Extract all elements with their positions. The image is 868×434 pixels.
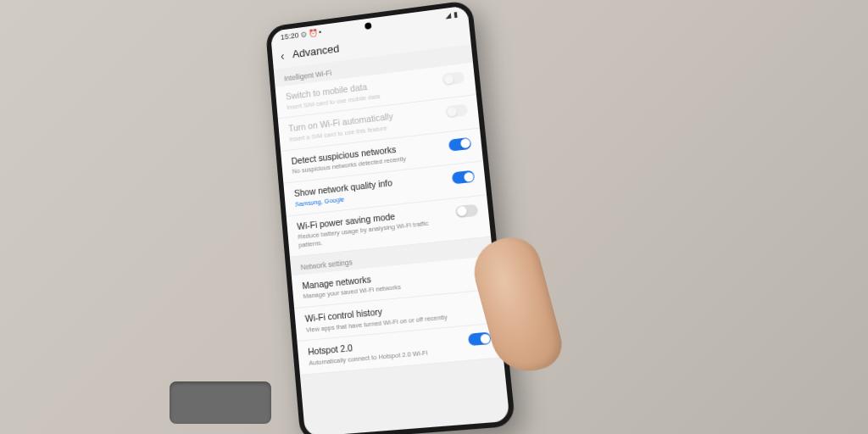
toggle-power-saving[interactable] [455,203,479,218]
toggle-quality-info[interactable] [452,170,475,185]
more-icon: • [319,28,322,36]
toggle-detect-suspicious[interactable] [448,137,471,152]
nfc-icon: ⊙ [300,30,307,39]
phone-screen: 15:20 ⊙ ⏰ • ◢ ▮ ‹ Advanced Intelligent W… [270,5,510,434]
battery-icon: ▮ [453,10,459,19]
toggle-switch-mobile [442,71,465,86]
alarm-icon: ⏰ [308,29,317,38]
back-button[interactable]: ‹ [280,50,285,62]
toggle-auto-wifi [445,104,468,119]
toggle-hotspot[interactable] [468,332,492,347]
page-title: Advanced [292,42,340,60]
phone-frame: 15:20 ⊙ ⏰ • ◢ ▮ ‹ Advanced Intelligent W… [265,0,516,434]
signal-icon: ◢ [445,11,452,20]
status-time: 15:20 [281,31,299,42]
